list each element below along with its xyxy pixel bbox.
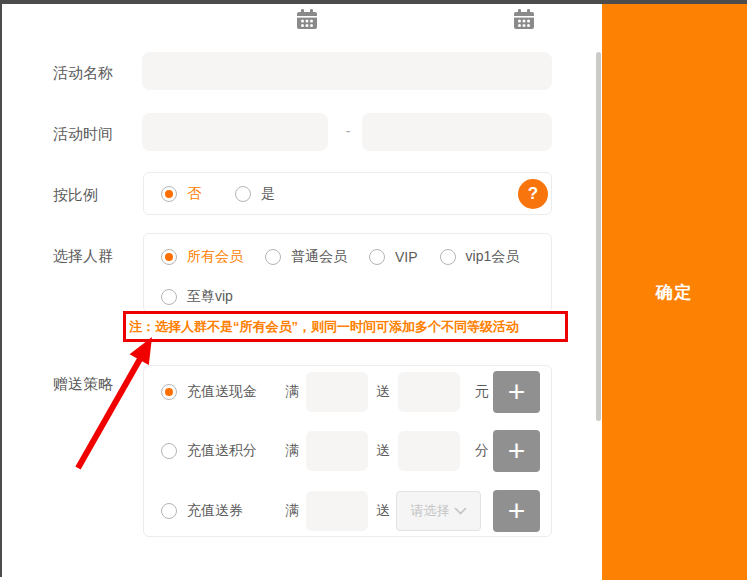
- radio-unchecked-icon: [440, 249, 456, 265]
- left-frame-border: [0, 4, 2, 577]
- radio-unchecked-icon: [265, 249, 281, 265]
- audience-note-text: 注：选择人群不是“所有会员”，则同一时间可添加多个不同等级活动: [129, 318, 519, 336]
- unit-label: 元: [475, 383, 489, 401]
- gift-strategy-label: 赠送策略: [53, 375, 113, 394]
- select-placeholder: 请选择: [411, 502, 450, 520]
- audience-option-vip1[interactable]: vip1会员: [440, 248, 520, 266]
- radio-unchecked-icon: [161, 289, 177, 305]
- by-ratio-group: 否 是 ?: [143, 172, 552, 215]
- add-cash-rule-button[interactable]: +: [493, 371, 540, 413]
- radio-checked-icon: [161, 186, 177, 202]
- ratio-option-no[interactable]: 否: [161, 185, 201, 203]
- help-icon[interactable]: ?: [518, 179, 548, 209]
- add-coupon-rule-button[interactable]: +: [493, 490, 540, 532]
- audience-option-normal[interactable]: 普通会员: [265, 248, 347, 266]
- activity-time-label: 活动时间: [53, 125, 113, 144]
- audience-options-row: 所有会员 普通会员 VIP vip1会员: [144, 247, 519, 267]
- coupon-threshold-input[interactable]: [306, 491, 368, 531]
- audience-options-row: 至尊vip: [144, 287, 233, 307]
- threshold-prefix: 满: [285, 502, 299, 520]
- gift-mid-label: 送: [376, 502, 390, 520]
- audience-option-all[interactable]: 所有会员: [161, 248, 243, 266]
- threshold-prefix: 满: [285, 383, 299, 401]
- radio-unchecked-icon[interactable]: [161, 503, 177, 519]
- confirm-button-label: 确定: [656, 281, 694, 304]
- confirm-button[interactable]: 确定: [602, 4, 747, 580]
- note-highlight-box: 注：选择人群不是“所有会员”，则同一时间可添加多个不同等级活动: [123, 311, 568, 342]
- radio-checked-icon: [161, 249, 177, 265]
- radio-checked-icon[interactable]: [161, 384, 177, 400]
- by-ratio-label: 按比例: [53, 186, 98, 205]
- chevron-down-icon: [454, 507, 467, 515]
- audience-label: 选择人群: [53, 247, 113, 266]
- calendar-icon[interactable]: [295, 9, 319, 31]
- points-gift-input[interactable]: [398, 431, 460, 471]
- gift-mid-label: 送: [376, 442, 390, 460]
- date-range-separator: -: [340, 123, 356, 139]
- gift-option-label: 充值送积分: [187, 442, 257, 460]
- coupon-select-dropdown[interactable]: 请选择: [396, 491, 481, 531]
- ratio-option-yes[interactable]: 是: [235, 185, 275, 203]
- threshold-prefix: 满: [285, 442, 299, 460]
- gift-mid-label: 送: [376, 383, 390, 401]
- gift-option-label: 充值送现金: [187, 383, 257, 401]
- end-date-input[interactable]: [362, 113, 552, 151]
- cash-gift-input[interactable]: [398, 372, 460, 412]
- cash-threshold-input[interactable]: [306, 372, 368, 412]
- activity-name-label: 活动名称: [53, 64, 113, 83]
- activity-name-input[interactable]: [142, 52, 552, 90]
- audience-group: 所有会员 普通会员 VIP vip1会员 至尊vip: [143, 233, 552, 313]
- calendar-icon[interactable]: [512, 9, 536, 31]
- gift-option-label: 充值送券: [187, 502, 257, 520]
- points-threshold-input[interactable]: [306, 431, 368, 471]
- gift-strategy-group: 充值送现金 满 送 元 + 充值送积分 满 送 分 + 充值送券 满 送 请选择: [143, 365, 552, 537]
- radio-unchecked-icon: [235, 186, 251, 202]
- add-points-rule-button[interactable]: +: [493, 430, 540, 472]
- radio-unchecked-icon[interactable]: [161, 443, 177, 459]
- gift-row-points: 充值送积分 满 送 分 +: [144, 430, 551, 472]
- audience-option-supreme-vip[interactable]: 至尊vip: [161, 288, 233, 306]
- gift-row-cash: 充值送现金 满 送 元 +: [144, 371, 551, 413]
- unit-label: 分: [475, 442, 489, 460]
- radio-unchecked-icon: [369, 249, 385, 265]
- gift-row-coupon: 充值送券 满 送 请选择 +: [144, 490, 551, 532]
- audience-option-vip[interactable]: VIP: [369, 249, 418, 265]
- scrollbar[interactable]: [596, 52, 601, 421]
- start-date-input[interactable]: [142, 113, 328, 151]
- recharge-activity-form: 活动名称 活动时间 - 按比例 否 是 ? 选择人群: [0, 0, 747, 580]
